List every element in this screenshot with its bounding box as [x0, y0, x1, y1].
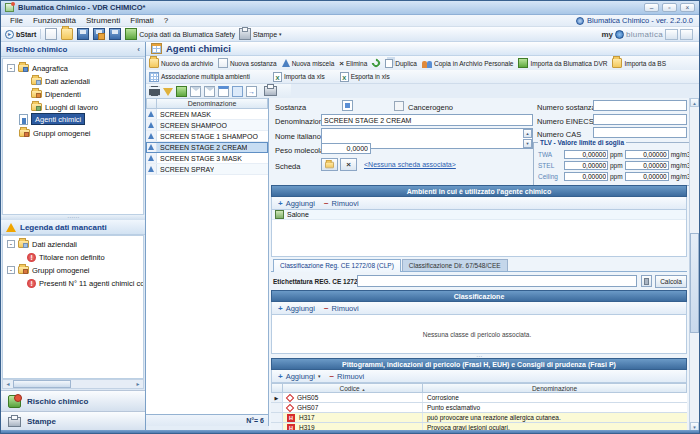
- ambienti-rimuovi-button[interactable]: Rimuovi: [332, 199, 359, 208]
- stel-mg-input[interactable]: [625, 161, 669, 170]
- export-icon[interactable]: →: [246, 86, 257, 97]
- denominazione-input[interactable]: [321, 114, 533, 126]
- legend-horizontal-scrollbar[interactable]: ◄ ►: [2, 379, 144, 389]
- tree-item-dati-aziendali[interactable]: Dati aziendali: [31, 75, 90, 87]
- nav-rischio-chimico[interactable]: Rischio chimico: [1, 390, 145, 411]
- numero-einecs-input[interactable]: [593, 114, 687, 125]
- tree-item-dipendenti[interactable]: Dipendenti: [31, 88, 81, 100]
- grid-view-icon[interactable]: [232, 86, 243, 97]
- list-item-screen-stage-2-cream-selected[interactable]: SCREEN STAGE 2 CREAM: [146, 142, 268, 153]
- scheda-open-button[interactable]: [321, 158, 338, 171]
- scroll-right-icon[interactable]: ►: [133, 381, 143, 387]
- legend-item-presenti[interactable]: ! Presenti N° 11 agenti chimici con anal…: [27, 277, 143, 289]
- close-button[interactable]: ×: [680, 3, 695, 12]
- list-item-screen-shampoo[interactable]: SCREEN SHAMPOO: [146, 120, 268, 131]
- bstart-button[interactable]: ▸ bStart: [5, 30, 36, 39]
- account-icon[interactable]: [665, 29, 678, 40]
- peso-molecolare-input[interactable]: [321, 143, 371, 154]
- minimize-button[interactable]: –: [644, 3, 659, 12]
- list-item-screen-stage-1-shampoo[interactable]: SCREEN STAGE 1 SHAMPOO: [146, 131, 268, 142]
- open-folder-icon[interactable]: [61, 28, 73, 40]
- print-list-icon[interactable]: [264, 86, 277, 96]
- menu-file[interactable]: File: [5, 16, 28, 25]
- ambienti-aggiungi-button[interactable]: Aggiungi: [286, 199, 315, 208]
- list-header-label[interactable]: Denominazione: [157, 98, 268, 109]
- mail-open-icon[interactable]: [204, 86, 215, 97]
- pittogrammi-rimuovi-button[interactable]: Rimuovi: [337, 372, 364, 381]
- scrollbar-thumb[interactable]: [13, 380, 71, 388]
- tree-item-luoghi-di-lavoro[interactable]: Luoghi di lavoro: [31, 101, 98, 113]
- menu-help[interactable]: ?: [159, 16, 173, 25]
- search-icon[interactable]: [149, 86, 160, 97]
- tree-item-agenti-chimici[interactable]: Agenti chimici: [19, 113, 85, 125]
- new-file-icon[interactable]: [45, 28, 57, 40]
- cancerogeno-checkbox[interactable]: [394, 101, 404, 111]
- stel-ppm-input[interactable]: [564, 161, 608, 170]
- menu-strumenti[interactable]: Strumenti: [81, 16, 125, 25]
- calcola-button[interactable]: Calcola: [655, 275, 687, 288]
- refresh-button[interactable]: [372, 59, 380, 67]
- scheda-link[interactable]: <Nessuna scheda associata>: [364, 161, 456, 168]
- menu-filmati[interactable]: Filmati: [125, 16, 159, 25]
- elimina-button[interactable]: × Elimina: [339, 59, 367, 68]
- esporta-xls-button[interactable]: X Esporta in xls: [340, 72, 390, 82]
- filter-icon[interactable]: [163, 88, 173, 96]
- nuova-miscela-button[interactable]: Nuova miscela: [282, 59, 335, 67]
- tab-cee[interactable]: Classificazione Dir. 67/548/CEE: [402, 259, 508, 271]
- collapse-chevron-icon[interactable]: ‹: [137, 45, 140, 54]
- legend-item-gruppi-omogenei[interactable]: - Gruppi omogenei: [7, 264, 90, 276]
- copia-archivio-personale-button[interactable]: Copia in Archivio Personale: [422, 58, 514, 68]
- tab-clp[interactable]: Classificazione Reg. CE 1272/08 (CLP): [273, 259, 401, 272]
- pictogram-row-ghs05[interactable]: ▶ GHS05 Corrosione: [271, 393, 687, 403]
- spinner-up-icon[interactable]: ▲: [523, 129, 532, 138]
- scroll-left-icon[interactable]: ◄: [3, 381, 13, 387]
- list-item-screen-stage-3-mask[interactable]: SCREEN STAGE 3 MASK: [146, 153, 268, 164]
- etichettatura-input[interactable]: [357, 275, 637, 287]
- card-view-icon[interactable]: [218, 86, 229, 97]
- tree-item-gruppi-omogenei[interactable]: Gruppi omogenei: [19, 127, 91, 139]
- news-icon[interactable]: [680, 29, 693, 40]
- numero-cas-input[interactable]: [593, 127, 687, 138]
- classificazione-aggiungi-button[interactable]: Aggiungi: [286, 304, 315, 313]
- copia-dati-safety-button[interactable]: Copia dati da Blumatica Safety: [125, 28, 235, 40]
- duplica-button[interactable]: Duplica: [385, 59, 417, 68]
- expander-icon[interactable]: -: [7, 266, 15, 274]
- numero-sostanza-input[interactable]: [593, 100, 687, 111]
- list-item-screen-spray[interactable]: SCREEN SPRAY: [146, 164, 268, 175]
- list-item-screen-mask[interactable]: SCREEN MASK: [146, 109, 268, 120]
- etichettatura-calc-icon-button[interactable]: [641, 275, 652, 287]
- legend-item-dati-aziendali[interactable]: - Dati aziendali: [7, 238, 77, 250]
- save-as-icon[interactable]: [93, 28, 105, 40]
- maximize-button[interactable]: ▫: [662, 3, 677, 12]
- mail-icon[interactable]: [190, 86, 201, 97]
- scroll-up-icon[interactable]: ▲: [690, 98, 699, 107]
- expander-icon[interactable]: -: [7, 240, 15, 248]
- legend-item-titolare[interactable]: ! Titolare non definito: [27, 251, 143, 263]
- stampe-button[interactable]: Stampe ▾: [239, 28, 282, 40]
- save-icon[interactable]: [77, 28, 89, 40]
- ceiling-mg-input[interactable]: [625, 172, 669, 181]
- importa-xls-button[interactable]: X Importa da xls: [273, 72, 325, 82]
- detail-scrollbar[interactable]: ▲ ▼: [689, 98, 699, 431]
- associazione-multipla-button[interactable]: Associazione multipla ambienti: [149, 72, 250, 82]
- scrollbar-thumb[interactable]: [690, 233, 699, 333]
- pictogram-row-ghs07[interactable]: GHS07 Punto esclamativo: [271, 403, 687, 413]
- importa-bs-button[interactable]: Importa da BS: [612, 58, 666, 68]
- denominazione-column-header[interactable]: Denominazione: [423, 383, 687, 393]
- add-column-icon[interactable]: [176, 86, 187, 97]
- importa-dvr-button[interactable]: Importa da Blumatica DVR: [518, 58, 607, 68]
- expander-icon[interactable]: -: [7, 64, 15, 72]
- hazard-row-h317[interactable]: H H317 può provocare una reazione allerg…: [271, 413, 687, 423]
- nuova-sostanza-button[interactable]: Nuova sostanza: [218, 58, 277, 68]
- tree-item-anagrafica[interactable]: - Anagrafica: [7, 62, 68, 74]
- ceiling-ppm-input[interactable]: [564, 172, 608, 181]
- classificazione-rimuovi-button[interactable]: Rimuovi: [332, 304, 359, 313]
- ambienti-item-salone[interactable]: Salone: [272, 210, 686, 220]
- pittogrammi-aggiungi-button[interactable]: Aggiungi: [286, 372, 315, 381]
- codice-column-header[interactable]: Codice ▲: [283, 383, 423, 393]
- spinner-down-icon[interactable]: ▼: [523, 139, 532, 148]
- menu-funzionalita[interactable]: Funzionalità: [28, 16, 81, 25]
- scheda-remove-button[interactable]: ×: [340, 158, 357, 171]
- save-all-icon[interactable]: [109, 28, 121, 40]
- nuovo-da-archivio-button[interactable]: Nuovo da archivio: [149, 58, 213, 68]
